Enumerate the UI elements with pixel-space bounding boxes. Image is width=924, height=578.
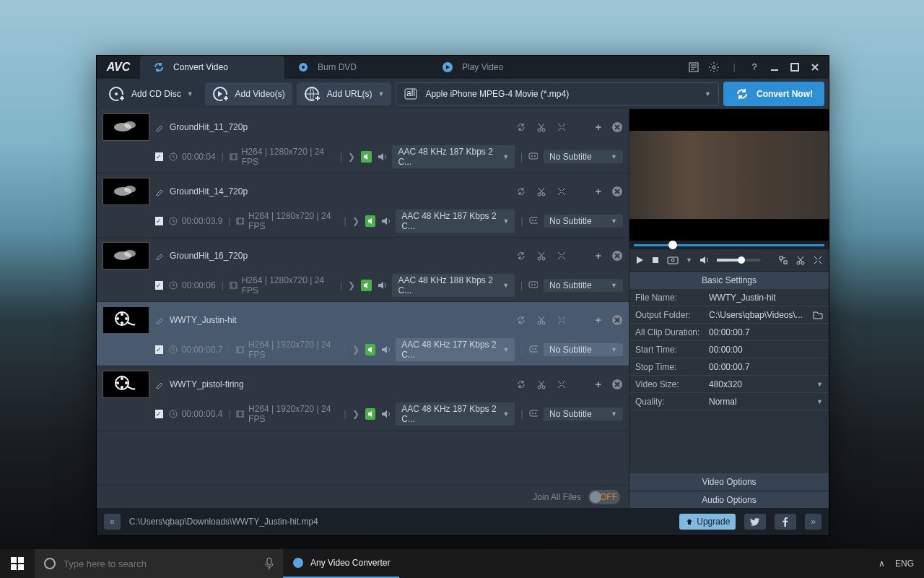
effects-icon[interactable] — [557, 122, 567, 132]
refresh-icon[interactable] — [516, 122, 526, 132]
svg-rect-80 — [11, 564, 17, 570]
basic-settings-header[interactable]: Basic Settings — [629, 272, 829, 289]
subtitle-dropdown[interactable]: No Subtitle▼ — [544, 407, 623, 420]
svg-point-84 — [293, 558, 303, 568]
effects-icon[interactable] — [557, 315, 567, 325]
add-video-button[interactable]: Add Video(s) — [205, 82, 292, 105]
effects-icon[interactable] — [813, 255, 823, 265]
checkbox[interactable]: ✓ — [155, 345, 163, 354]
audio-options-header[interactable]: Audio Options — [629, 491, 829, 508]
audio-dropdown[interactable]: AAC 48 KHz 188 Kbps 2 C...▼ — [392, 274, 515, 297]
effects-icon[interactable] — [557, 251, 567, 261]
language-indicator[interactable]: ENG — [895, 558, 914, 569]
checkbox[interactable]: ✓ — [155, 410, 163, 418]
remove-icon[interactable] — [611, 379, 623, 390]
file-row[interactable]: GroundHit_16_720p+✓00:00:06|H264 | 1280x… — [97, 238, 629, 302]
folder-icon[interactable] — [813, 311, 823, 319]
file-row[interactable]: GroundHit_14_720p+✓00:00:03.9|H264 | 128… — [97, 173, 629, 238]
edit-icon[interactable] — [155, 316, 164, 324]
file-row[interactable]: WWTY_pistol-firing+✓00:00:00.4|H264 | 19… — [97, 366, 629, 431]
search-box[interactable] — [35, 549, 283, 578]
cut-icon[interactable] — [796, 255, 806, 265]
edit-icon[interactable] — [155, 251, 164, 260]
twitter-icon[interactable] — [744, 514, 766, 530]
convert-button[interactable]: Convert Now! — [723, 82, 824, 106]
svg-rect-55 — [530, 346, 538, 352]
crop-icon[interactable] — [778, 255, 788, 265]
cut-icon[interactable] — [536, 379, 546, 389]
minimize-button[interactable] — [768, 61, 781, 74]
output-profile-dropdown[interactable]: all Apple iPhone MPEG-4 Movie (*.mp4) ▼ — [396, 82, 719, 105]
expand-icon[interactable]: » — [805, 514, 821, 530]
setting-dropdown[interactable]: 480x320▼ — [709, 379, 823, 389]
audio-dropdown[interactable]: AAC 48 KHz 187 Kbps 2 C...▼ — [396, 210, 515, 233]
volume-slider[interactable] — [717, 259, 760, 262]
checkbox[interactable]: ✓ — [155, 281, 163, 290]
add-icon[interactable]: + — [596, 379, 601, 390]
subtitle-dropdown[interactable]: No Subtitle▼ — [544, 150, 623, 163]
mic-icon[interactable] — [264, 557, 274, 570]
cut-icon[interactable] — [536, 315, 546, 325]
setting-value: 00:00:00.7 — [709, 362, 750, 372]
effects-icon[interactable] — [557, 379, 567, 389]
join-toggle[interactable]: OFF — [588, 490, 620, 504]
video-meta: H264 | 1280x720 | 24 FPS — [242, 147, 334, 167]
remove-icon[interactable] — [611, 121, 623, 133]
file-row[interactable]: WWTY_Justin-hit+✓00:00:00.7|H264 | 1920x… — [97, 302, 629, 366]
effects-icon[interactable] — [557, 186, 567, 197]
help-icon[interactable]: ? — [748, 61, 761, 74]
add-url-button[interactable]: Add URL(s) ▼ — [297, 82, 392, 105]
cut-icon[interactable] — [536, 122, 546, 132]
tab-burn-dvd[interactable]: Burn DVD — [284, 56, 429, 79]
add-icon[interactable]: + — [596, 250, 601, 262]
checkbox[interactable]: ✓ — [155, 217, 163, 225]
cut-icon[interactable] — [536, 186, 546, 197]
collapse-icon[interactable]: « — [104, 514, 121, 530]
search-input[interactable] — [64, 558, 257, 569]
remove-icon[interactable] — [611, 314, 623, 326]
taskbar-app[interactable]: Any Video Converter — [283, 549, 399, 578]
audio-dropdown[interactable]: AAC 48 KHz 187 Kbps 2 C...▼ — [392, 145, 515, 168]
cut-icon[interactable] — [536, 251, 546, 261]
facebook-icon[interactable] — [775, 514, 796, 530]
volume-icon[interactable] — [699, 256, 710, 264]
add-icon[interactable]: + — [596, 314, 601, 326]
edit-icon[interactable] — [155, 380, 164, 389]
tab-convert-video[interactable]: Convert Video — [140, 56, 284, 79]
subtitle-dropdown[interactable]: No Subtitle▼ — [544, 343, 623, 356]
subtitle-dropdown[interactable]: No Subtitle▼ — [544, 279, 623, 292]
refresh-icon[interactable] — [516, 251, 526, 261]
upgrade-button[interactable]: Upgrade — [679, 514, 736, 530]
checkbox[interactable]: ✓ — [155, 152, 163, 161]
file-row[interactable]: GroundHit_11_720p+✓00:00:04|H264 | 1280x… — [97, 109, 629, 173]
remove-icon[interactable] — [611, 250, 623, 262]
refresh-icon[interactable] — [516, 186, 526, 197]
settings-icon[interactable] — [707, 61, 720, 74]
add-cd-button[interactable]: Add CD Disc ▼ — [101, 82, 201, 105]
clock-icon — [169, 152, 178, 161]
setting-dropdown[interactable]: Normal▼ — [709, 397, 823, 407]
seek-bar[interactable] — [629, 241, 829, 249]
maximize-button[interactable] — [788, 61, 801, 74]
subtitle-dropdown[interactable]: No Subtitle▼ — [544, 215, 623, 228]
chevron-down-icon[interactable]: ▼ — [686, 256, 692, 264]
audio-dropdown[interactable]: AAC 48 KHz 187 Kbps 2 C...▼ — [396, 402, 515, 426]
audio-dropdown[interactable]: AAC 48 KHz 177 Kbps 2 C...▼ — [396, 338, 515, 361]
options-icon[interactable] — [687, 61, 700, 74]
stop-icon[interactable] — [651, 256, 660, 264]
edit-icon[interactable] — [155, 187, 164, 196]
tray-chevron-icon[interactable]: ∧ — [879, 558, 885, 569]
refresh-icon[interactable] — [516, 315, 526, 325]
play-icon[interactable] — [635, 256, 644, 264]
remove-icon[interactable] — [611, 186, 623, 197]
add-icon[interactable]: + — [596, 186, 601, 197]
close-button[interactable] — [808, 61, 821, 74]
start-button[interactable] — [0, 549, 35, 578]
refresh-icon[interactable] — [516, 379, 526, 389]
tab-play-video[interactable]: Play Video — [429, 56, 573, 79]
add-icon[interactable]: + — [596, 121, 601, 133]
video-options-header[interactable]: Video Options — [629, 473, 829, 491]
snapshot-icon[interactable] — [667, 256, 679, 264]
edit-icon[interactable] — [155, 123, 164, 131]
svg-rect-68 — [530, 410, 538, 416]
